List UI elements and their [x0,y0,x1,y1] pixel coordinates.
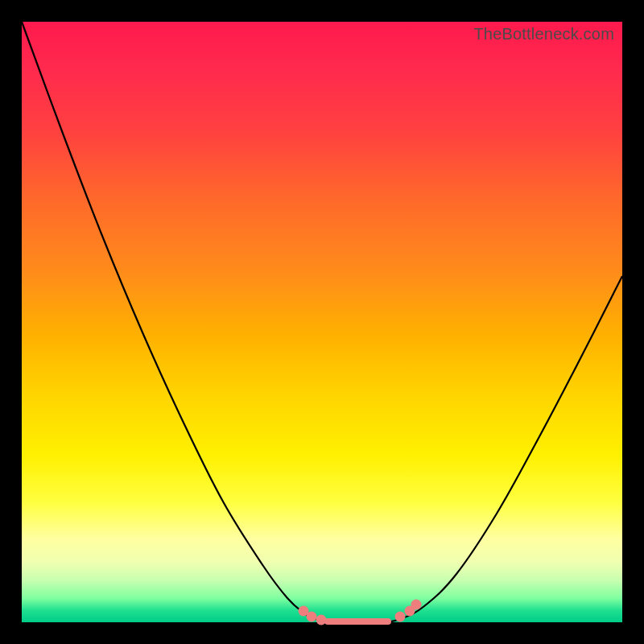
gradient-plot-area: TheBottleneck.com [22,22,622,622]
highlight-dot [411,600,422,610]
main-curve [22,22,622,623]
outer-border: TheBottleneck.com [0,0,644,644]
highlight-dot [395,612,406,622]
highlight-markers [299,600,422,625]
bottleneck-curve [22,22,622,622]
highlight-dot [307,612,317,622]
highlight-dot [316,615,327,625]
